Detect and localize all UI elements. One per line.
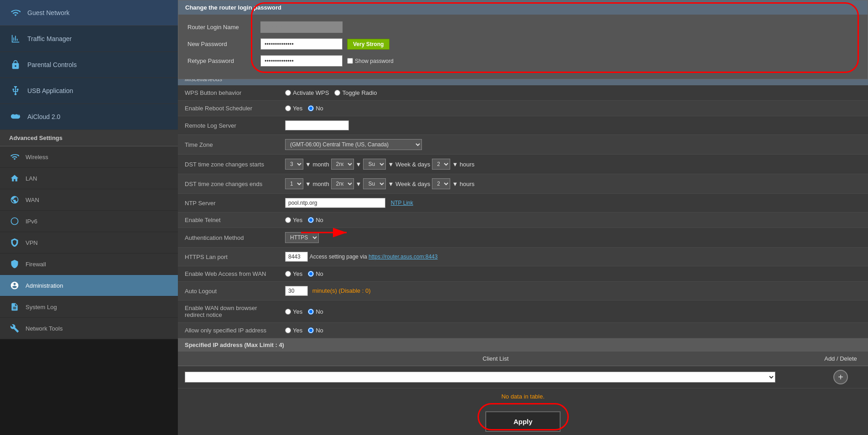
client-dropdown-col [178,368,813,386]
telnet-no-option[interactable]: No [308,217,323,223]
login-panel-body: Router Login Name New Password Very Stro… [178,15,868,79]
globe2-icon [9,216,20,227]
auth-method-select[interactable]: HTTPS [285,232,319,243]
sidebar-item-usb-application[interactable]: USB Application [0,78,178,104]
reboot-no-option[interactable]: No [308,105,323,112]
web-access-yes-option[interactable]: Yes [285,270,302,277]
web-access-yes-radio[interactable] [285,271,291,277]
retype-password-input[interactable] [260,55,343,67]
router-login-name-input[interactable] [260,21,343,33]
sidebar-item-vpn[interactable]: VPN [0,232,178,254]
chart-icon [9,32,22,45]
time-zone-select[interactable]: (GMT-06:00) Central Time (US, Canada) [285,139,422,150]
wan-redirect-yes-radio[interactable] [285,309,291,315]
new-password-input[interactable] [260,38,343,50]
remote-log-row: Remote Log Server [178,116,868,135]
adv-item-label: Wireless [26,154,48,161]
reboot-yes-radio[interactable] [285,105,291,111]
retype-password-row: Retype Password Show password [187,55,858,67]
dst-end-hours-select[interactable]: 2 [432,178,450,189]
dst-end-day-select[interactable]: Sun [363,178,386,189]
wan-redirect-value: Yes No [278,300,868,323]
client-list-select[interactable] [185,372,775,383]
sidebar-item-lan[interactable]: LAN [0,168,178,189]
web-access-no-radio[interactable] [308,271,314,277]
telnet-no-radio[interactable] [308,217,314,223]
wan-redirect-no-radio[interactable] [308,309,314,315]
telnet-yes-option[interactable]: Yes [285,217,302,223]
show-password-checkbox[interactable] [347,58,353,64]
ntp-server-input[interactable] [285,198,385,208]
auth-method-row: Authentication Method HTTPS [178,228,868,248]
https-note: Access setting page via [310,254,369,260]
dst-start-hours-select[interactable]: 2 [432,159,450,170]
auth-method-value: HTTPS [278,228,868,248]
auto-logout-label: Auto Logout [178,282,278,300]
auto-logout-input[interactable] [285,286,308,296]
dst-end-month-select[interactable]: 10 [285,178,303,189]
sidebar-item-wan[interactable]: WAN [0,189,178,211]
remote-log-input[interactable] [285,120,349,130]
sidebar-item-guest-network[interactable]: Guest Network [0,0,178,26]
specified-ip-value: Yes No [278,323,868,338]
wps-activate-radio[interactable] [285,90,291,96]
sidebar-item-firewall[interactable]: Firewall [0,254,178,275]
ntp-link[interactable]: NTP Link [391,200,413,206]
telnet-yes-radio[interactable] [285,217,291,223]
dst-start-day-select[interactable]: Sun [363,159,386,170]
specified-ip-label: Allow only specified IP address [178,323,278,338]
settings-table: WPS Button behavior Activate WPS Toggle … [178,85,868,338]
specified-ip-yes-option[interactable]: Yes [285,327,302,334]
web-access-no-option[interactable]: No [308,270,323,277]
sidebar-item-system-log[interactable]: System Log [0,296,178,318]
dst-start-value: 3 ▼ month 2nd ▼ Sun ▼ Week & days 2 ▼ ho… [278,155,868,174]
https-link[interactable]: https://router.asus.com:8443 [369,254,437,260]
sidebar-item-aicloud[interactable]: AiCloud 2.0 [0,104,178,130]
advanced-menu: Wireless LAN WAN IPv6 [0,146,178,339]
sidebar-item-parental-controls[interactable]: Parental Controls [0,52,178,78]
sidebar-item-traffic-manager[interactable]: Traffic Manager [0,26,178,52]
auth-method-label: Authentication Method [178,228,278,248]
usb-icon [9,84,22,97]
reboot-no-radio[interactable] [308,105,314,111]
wan-redirect-yes-option[interactable]: Yes [285,308,302,315]
ip-section: Specified IP address (Max Limit : 4) Cli… [178,338,868,404]
sidebar-item-label: Traffic Manager [27,35,72,42]
sidebar: Guest Network Traffic Manager Parental C… [0,0,178,435]
web-access-radio-group: Yes No [285,270,861,277]
apply-button[interactable]: Apply [485,411,561,432]
wps-toggle-option[interactable]: Toggle Radio [334,89,377,96]
wan-redirect-no-option[interactable]: No [308,308,323,315]
auto-logout-row: Auto Logout minute(s) (Disable : 0) [178,282,868,300]
wps-activate-option[interactable]: Activate WPS [285,89,329,96]
new-password-row: New Password Very Strong [187,38,858,50]
sidebar-item-wireless[interactable]: Wireless [0,146,178,168]
show-password-label[interactable]: Show password [347,58,394,64]
main-content: Change the router login password Router … [178,0,868,435]
globe-icon [9,194,20,205]
dst-start-week-select[interactable]: 2nd [331,159,354,170]
dst-start-month-select[interactable]: 3 [285,159,303,170]
login-panel: Change the router login password Router … [178,0,868,79]
https-port-value: Access setting page via https://router.a… [278,248,868,266]
reboot-yes-option[interactable]: Yes [285,105,302,112]
router-login-name-row: Router Login Name [187,21,858,33]
wps-radio-group: Activate WPS Toggle Radio [285,89,861,96]
wps-button-value: Activate WPS Toggle Radio [278,85,868,101]
https-port-input[interactable] [285,252,308,262]
specified-ip-no-radio[interactable] [308,327,314,333]
sidebar-item-network-tools[interactable]: Network Tools [0,318,178,339]
wps-toggle-radio[interactable] [334,90,340,96]
sidebar-item-administration[interactable]: Administration [0,275,178,296]
remote-log-value [278,116,868,135]
router-login-name-label: Router Login Name [187,24,260,31]
specified-ip-yes-radio[interactable] [285,327,291,333]
top-menu: Guest Network Traffic Manager Parental C… [0,0,178,130]
dst-end-week-select[interactable]: 2nd [331,178,354,189]
specified-ip-no-option[interactable]: No [308,327,323,334]
reboot-radio-group: Yes No [285,105,861,112]
add-ip-button[interactable]: + [833,370,848,384]
enable-telnet-value: Yes No [278,212,868,228]
dst-start-row: DST time zone changes starts 3 ▼ month 2… [178,155,868,174]
sidebar-item-ipv6[interactable]: IPv6 [0,211,178,232]
